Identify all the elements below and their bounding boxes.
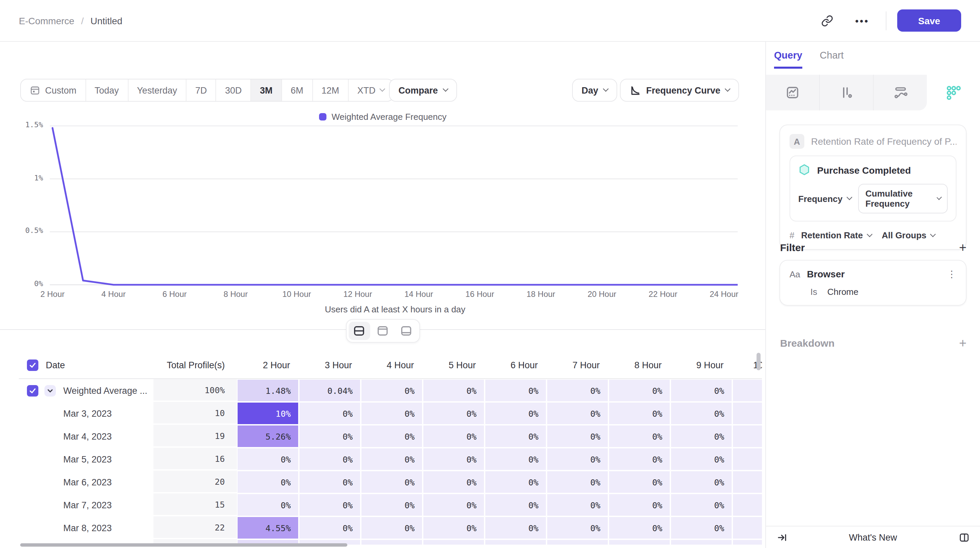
value-cell[interactable]: [485, 540, 546, 545]
value-cell[interactable]: 0%: [485, 425, 546, 447]
granularity-button[interactable]: Day: [572, 79, 617, 102]
value-cell[interactable]: 10%: [238, 403, 298, 424]
value-cell[interactable]: 0%: [361, 403, 422, 424]
value-cell[interactable]: 0%: [299, 471, 360, 493]
value-cell[interactable]: 0%: [547, 403, 608, 424]
value-cell[interactable]: 5.26%: [238, 425, 298, 447]
metric-dropdown[interactable]: Retention Rate: [801, 230, 871, 241]
value-cell[interactable]: 0%: [361, 471, 422, 493]
value-cell[interactable]: 0%: [671, 471, 732, 493]
property-dropdown[interactable]: Frequency: [798, 194, 851, 204]
value-cell[interactable]: [547, 540, 608, 545]
more-menu-button[interactable]: •••: [852, 10, 872, 30]
table-row[interactable]: Mar 8, 2023224.55%0%0%0%0%0%0%0%0%: [19, 516, 762, 539]
whats-new-link[interactable]: What's New: [789, 532, 956, 542]
column-header[interactable]: 6 Hour: [485, 360, 547, 370]
column-header[interactable]: 4 Hour: [361, 360, 423, 370]
value-cell[interactable]: 0%: [733, 403, 762, 424]
range-yesterday[interactable]: Yesterday: [128, 80, 186, 101]
value-cell[interactable]: 0%: [671, 425, 732, 447]
value-cell[interactable]: 0%: [423, 380, 484, 401]
value-cell[interactable]: 0%: [733, 471, 762, 493]
value-cell[interactable]: 0%: [485, 471, 546, 493]
filter-kebab-menu[interactable]: ⋮: [947, 272, 956, 276]
filter-value[interactable]: Chrome: [827, 287, 859, 297]
value-cell[interactable]: 0%: [423, 494, 484, 516]
funnel-bars-icon[interactable]: [820, 75, 873, 110]
value-cell[interactable]: 0%: [671, 403, 732, 424]
value-cell[interactable]: [361, 540, 422, 545]
value-cell[interactable]: 0%: [299, 494, 360, 516]
value-cell[interactable]: 0%: [485, 494, 546, 516]
value-cell[interactable]: 0%: [361, 517, 422, 538]
select-all-checkbox[interactable]: [27, 359, 38, 371]
value-cell[interactable]: 0%: [485, 448, 546, 470]
value-cell[interactable]: 0%: [361, 380, 422, 401]
range-7d[interactable]: 7D: [186, 80, 216, 101]
value-cell[interactable]: 0%: [547, 471, 608, 493]
breadcrumb-project[interactable]: E-Commerce: [19, 15, 75, 26]
value-cell[interactable]: 0%: [609, 494, 670, 516]
add-filter-button[interactable]: +: [959, 241, 967, 254]
value-cell[interactable]: 0%: [609, 380, 670, 401]
save-button[interactable]: Save: [897, 10, 961, 32]
value-cell[interactable]: 0%: [609, 403, 670, 424]
value-cell[interactable]: 0%: [547, 425, 608, 447]
value-cell[interactable]: 0%: [299, 403, 360, 424]
value-cell[interactable]: 0%: [238, 448, 298, 470]
value-cell[interactable]: 0%: [238, 471, 298, 493]
vertical-scrollbar[interactable]: [757, 353, 760, 370]
table-row[interactable]: Weighted Average ...100%1.48%0.04%0%0%0%…: [19, 379, 762, 402]
value-cell[interactable]: 0%: [547, 380, 608, 401]
value-cell[interactable]: [671, 540, 732, 545]
value-cell[interactable]: 0%: [671, 448, 732, 470]
value-cell[interactable]: 4.55%: [238, 517, 298, 538]
value-cell[interactable]: 0%: [733, 494, 762, 516]
compare-button[interactable]: Compare: [389, 79, 457, 102]
value-cell[interactable]: 0%: [671, 517, 732, 538]
table-row[interactable]: Mar 6, 2023200%0%0%0%0%0%0%0%0%: [19, 471, 762, 494]
retention-dots-icon[interactable]: [927, 75, 980, 110]
value-cell[interactable]: 0%: [485, 403, 546, 424]
range-30d[interactable]: 30D: [216, 80, 251, 101]
filter-property[interactable]: Browser: [807, 269, 845, 279]
value-cell[interactable]: 0%: [423, 471, 484, 493]
layout-split-icon[interactable]: [348, 322, 370, 340]
side-panel-icon[interactable]: [956, 530, 971, 545]
table-row[interactable]: Mar 7, 2023150%0%0%0%0%0%0%0%0%: [19, 494, 762, 516]
value-cell[interactable]: 0%: [733, 448, 762, 470]
value-cell[interactable]: 0%: [423, 403, 484, 424]
value-cell[interactable]: 0%: [361, 494, 422, 516]
column-header[interactable]: 8 Hour: [608, 360, 670, 370]
column-header[interactable]: Total Profile(s): [153, 360, 237, 370]
value-cell[interactable]: 0%: [733, 517, 762, 538]
layout-chart-only-icon[interactable]: [372, 322, 393, 340]
value-cell[interactable]: 0%: [547, 517, 608, 538]
breadcrumb-current[interactable]: Untitled: [91, 15, 123, 26]
chart-type-button[interactable]: Frequency Curve: [620, 79, 740, 102]
chart-legend[interactable]: Weighted Average Frequency: [0, 112, 765, 122]
range-today[interactable]: Today: [86, 80, 128, 101]
value-cell[interactable]: 0%: [238, 494, 298, 516]
value-cell[interactable]: 0%: [299, 448, 360, 470]
range-6m[interactable]: 6M: [282, 80, 313, 101]
tab-query[interactable]: Query: [774, 50, 802, 68]
range-custom[interactable]: Custom: [21, 80, 86, 101]
column-header[interactable]: 7 Hour: [547, 360, 608, 370]
value-cell[interactable]: 0%: [733, 380, 762, 401]
event-name[interactable]: Purchase Completed: [817, 165, 911, 175]
row-checkbox[interactable]: [27, 385, 38, 396]
property-value-dropdown[interactable]: Cumulative Frequency: [858, 184, 948, 213]
query-series-card[interactable]: A Retention Rate of Frequency of P... Pu…: [780, 124, 967, 250]
frequency-curve-chart[interactable]: [46, 123, 738, 287]
expand-row-icon[interactable]: [45, 385, 56, 396]
series-title[interactable]: Retention Rate of Frequency of P...: [811, 136, 956, 147]
value-cell[interactable]: 0%: [361, 448, 422, 470]
value-cell[interactable]: 0%: [547, 494, 608, 516]
value-cell[interactable]: 0%: [485, 380, 546, 401]
layout-table-only-icon[interactable]: [395, 322, 417, 340]
value-cell[interactable]: 0%: [361, 425, 422, 447]
value-cell[interactable]: 0%: [423, 448, 484, 470]
column-header[interactable]: 9 Hour: [670, 360, 732, 370]
value-cell[interactable]: 0%: [733, 425, 762, 447]
